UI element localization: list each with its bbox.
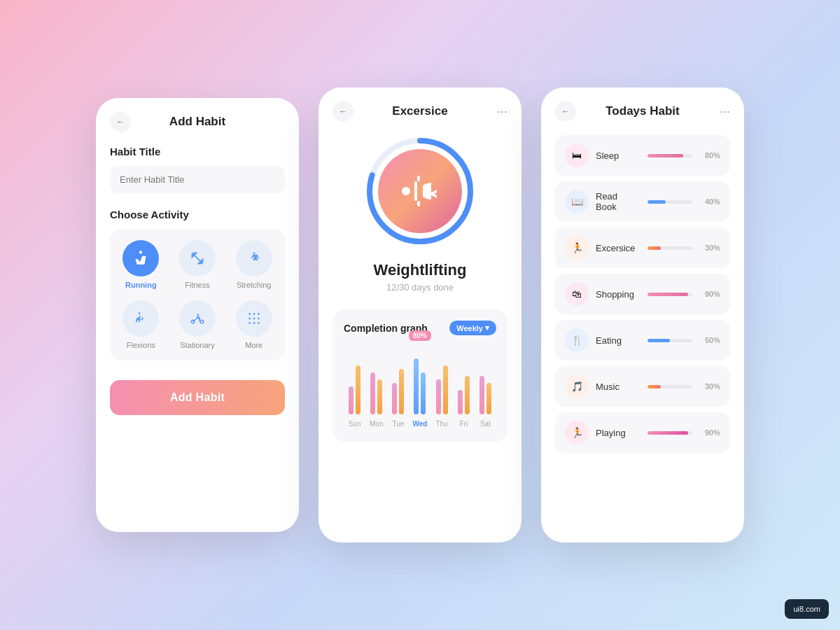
bar-thu-1 xyxy=(436,379,441,414)
back-button-2[interactable]: ← xyxy=(332,101,354,122)
screen3-header: ← Todays Habit ··· xyxy=(555,104,730,118)
bar-fri-2 xyxy=(465,376,470,414)
playing-progress-bar xyxy=(648,431,692,435)
bar-tue-2 xyxy=(399,369,404,414)
chart-col-tue: Tue xyxy=(387,344,409,428)
eating-progress-bar xyxy=(648,339,692,342)
more-options-button-2[interactable]: ··· xyxy=(497,104,507,119)
svg-point-2 xyxy=(139,312,141,314)
bar-thu-2 xyxy=(443,365,448,414)
screen2-title: Excersice xyxy=(392,104,447,118)
svg-point-17 xyxy=(402,187,410,195)
excersice-progress-bar xyxy=(648,246,692,250)
chart-col-mon: Mon xyxy=(365,344,387,428)
excersice-progress-fill xyxy=(648,246,661,250)
back-button-1[interactable]: ← xyxy=(110,111,131,132)
svg-point-1 xyxy=(253,252,255,254)
activity-fitness[interactable]: Fitness xyxy=(175,240,220,289)
bars-mon xyxy=(370,344,382,414)
fitness-icon xyxy=(179,240,216,276)
watermark: ui8.com xyxy=(785,599,829,619)
bars-sun xyxy=(349,344,360,414)
running-label: Running xyxy=(125,281,157,289)
playing-progress-fill xyxy=(648,431,688,435)
activity-stretching[interactable]: Stretching xyxy=(231,240,276,289)
habit-item-excersice[interactable]: 🏃 Excersice 30% xyxy=(555,227,730,268)
activity-flexions[interactable]: Flexions xyxy=(118,300,164,349)
chart-col-fri: Fri xyxy=(453,344,475,428)
activity-stationary[interactable]: Stationary xyxy=(175,300,220,349)
exercise-progress-ring xyxy=(364,135,476,247)
bar-mon-1 xyxy=(370,372,375,414)
eating-name: Eating xyxy=(596,335,640,346)
habit-item-readbook[interactable]: 📖 Read Book 40% xyxy=(555,181,730,222)
readbook-percent: 40% xyxy=(699,197,720,206)
svg-point-12 xyxy=(248,322,251,324)
exercise-days-done: 12/30 days done xyxy=(332,282,507,293)
more-options-button-3[interactable]: ··· xyxy=(720,104,730,119)
sleep-progress-bar xyxy=(648,154,692,158)
playing-name: Playing xyxy=(596,428,640,438)
bar-fri-1 xyxy=(458,390,463,414)
back-button-3[interactable]: ← xyxy=(555,101,576,122)
activity-grid: Running Fitness Stretch xyxy=(110,229,285,360)
readbook-progress-fill xyxy=(648,200,666,204)
exercise-icon xyxy=(378,149,462,233)
bar-sun-2 xyxy=(356,365,360,414)
shopping-icon: 🛍 xyxy=(565,282,589,306)
shopping-progress-bar xyxy=(648,293,692,296)
eating-progress-fill xyxy=(648,339,670,342)
habit-item-sleep[interactable]: 🛏 Sleep 80% xyxy=(555,135,730,176)
percent-badge: 80% xyxy=(409,330,431,341)
habit-title-input[interactable] xyxy=(110,166,285,193)
completion-section: Completion graph Weekly ▾ Sun xyxy=(332,309,507,442)
more-label: More xyxy=(245,341,262,349)
svg-point-11 xyxy=(258,318,260,320)
shopping-progress-fill xyxy=(648,293,688,296)
bars-sat xyxy=(479,344,491,414)
bars-fri xyxy=(458,344,470,414)
readbook-icon: 📖 xyxy=(565,190,589,214)
music-percent: 30% xyxy=(699,382,720,391)
bar-tue-1 xyxy=(392,383,397,414)
stationary-label: Stationary xyxy=(180,341,215,349)
habit-list: 🛏 Sleep 80% 📖 Read Book 40% 🏃 Excersice xyxy=(555,135,730,453)
habit-item-shopping[interactable]: 🛍 Shopping 90% xyxy=(555,274,730,314)
svg-point-4 xyxy=(200,320,204,323)
screen1-title: Add Habit xyxy=(169,115,225,129)
bar-sat-2 xyxy=(486,383,491,414)
habit-item-eating[interactable]: 🍴 Eating 50% xyxy=(555,320,730,360)
excersice-percent: 30% xyxy=(699,244,720,252)
chart-col-sun: Sun xyxy=(344,344,365,428)
label-fri: Fri xyxy=(459,420,468,428)
bars-thu xyxy=(436,344,448,414)
flexions-icon xyxy=(122,300,159,337)
chevron-down-icon: ▾ xyxy=(485,323,489,332)
screen1-header: ← Add Habit xyxy=(110,115,285,129)
screen2-header: ← Excersice ··· xyxy=(332,104,507,118)
weekly-dropdown[interactable]: Weekly ▾ xyxy=(449,321,496,335)
sleep-name: Sleep xyxy=(596,150,640,161)
activity-running[interactable]: Running xyxy=(118,240,164,289)
bars-wed: 80% xyxy=(414,344,426,414)
add-habit-button[interactable]: Add Habit xyxy=(110,380,285,415)
screens-container: ← Add Habit Habit Title Choose Activity … xyxy=(96,88,744,542)
label-sat: Sat xyxy=(480,420,491,428)
eating-percent: 50% xyxy=(699,336,720,344)
chart-col-wed: 80% Wed xyxy=(409,344,430,428)
svg-point-9 xyxy=(248,318,251,320)
music-progress-fill xyxy=(648,385,661,388)
habit-item-playing[interactable]: 🏃 Playing 90% xyxy=(555,412,730,453)
exercise-screen: ← Excersice ··· xyxy=(318,88,522,542)
activity-more[interactable]: More xyxy=(231,300,276,349)
svg-point-7 xyxy=(253,313,255,315)
bars-tue xyxy=(392,344,404,414)
eating-icon: 🍴 xyxy=(565,328,589,352)
habit-item-music[interactable]: 🎵 Music 30% xyxy=(555,366,730,407)
bar-sat-1 xyxy=(479,376,484,414)
exercise-circle-container xyxy=(332,135,507,247)
shopping-percent: 90% xyxy=(699,290,720,298)
label-mon: Mon xyxy=(370,420,383,428)
sleep-icon: 🛏 xyxy=(565,144,589,167)
svg-point-6 xyxy=(248,313,251,315)
